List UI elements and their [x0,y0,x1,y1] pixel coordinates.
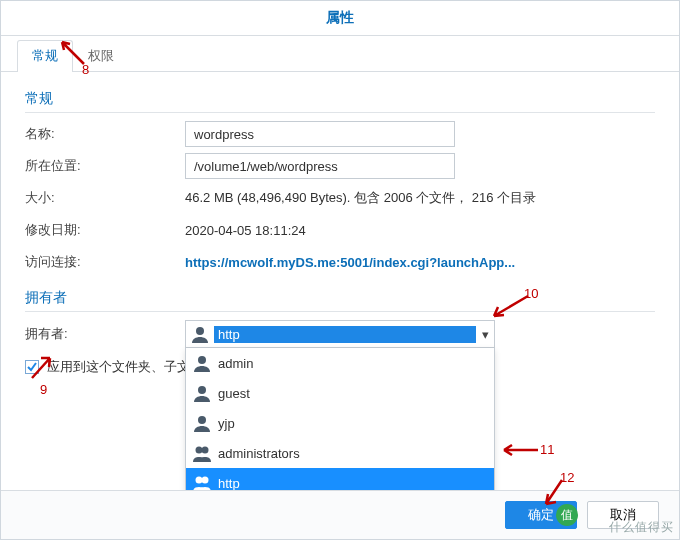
owner-selected: http [214,326,476,343]
mtime-value: 2020-04-05 18:11:24 [185,223,655,238]
owner-dropdown: admin guest yjp administrators http user… [185,348,495,490]
chevron-down-icon[interactable]: ▾ [476,327,494,342]
group-icon [192,444,212,462]
svg-point-6 [196,477,203,484]
owner-option[interactable]: yjp [186,408,494,438]
owner-combobox[interactable]: http ▾ admin guest yjp administrators ht… [185,320,495,348]
user-icon [192,354,212,372]
location-input[interactable] [185,153,455,179]
name-label: 名称: [25,125,185,143]
apply-children-checkbox[interactable] [25,360,39,374]
size-label: 大小: [25,189,185,207]
group-icon [192,474,212,490]
svg-point-1 [198,356,206,364]
dialog-title: 属性 [1,1,679,35]
section-owner-title: 拥有者 [25,289,655,307]
tab-general[interactable]: 常规 [17,40,73,72]
access-link[interactable]: https://mcwolf.myDS.me:5001/index.cgi?la… [185,255,655,270]
tab-permission[interactable]: 权限 [73,40,129,71]
user-icon [192,384,212,402]
owner-label: 拥有者: [25,325,185,343]
name-input[interactable] [185,121,455,147]
user-icon [192,414,212,432]
owner-option[interactable]: guest [186,378,494,408]
value-badge-icon: 值 [556,504,578,526]
content-area: 常规 名称: 所在位置: 大小: 46.2 MB (48,496,490 Byt… [1,72,679,490]
svg-point-4 [196,447,203,454]
svg-point-2 [198,386,206,394]
properties-dialog: 属性 常规 权限 常规 名称: 所在位置: 大小: 46.2 MB (48,49… [0,0,680,540]
ok-button[interactable]: 确定值 [505,501,577,529]
location-label: 所在位置: [25,157,185,175]
size-value: 46.2 MB (48,496,490 Bytes). 包含 2006 个文件，… [185,189,655,207]
tab-bar: 常规 权限 [1,36,679,72]
watermark: 什么值得买 [609,519,674,536]
mtime-label: 修改日期: [25,221,185,239]
dialog-footer: 确定值 取消 [1,490,679,539]
owner-option[interactable]: administrators [186,438,494,468]
svg-point-5 [202,447,209,454]
access-label: 访问连接: [25,253,185,271]
svg-point-7 [202,477,209,484]
svg-point-3 [198,416,206,424]
owner-option-selected[interactable]: http [186,468,494,490]
user-icon [190,325,210,343]
section-general-title: 常规 [25,90,655,108]
svg-point-0 [196,327,204,335]
owner-option[interactable]: admin [186,348,494,378]
